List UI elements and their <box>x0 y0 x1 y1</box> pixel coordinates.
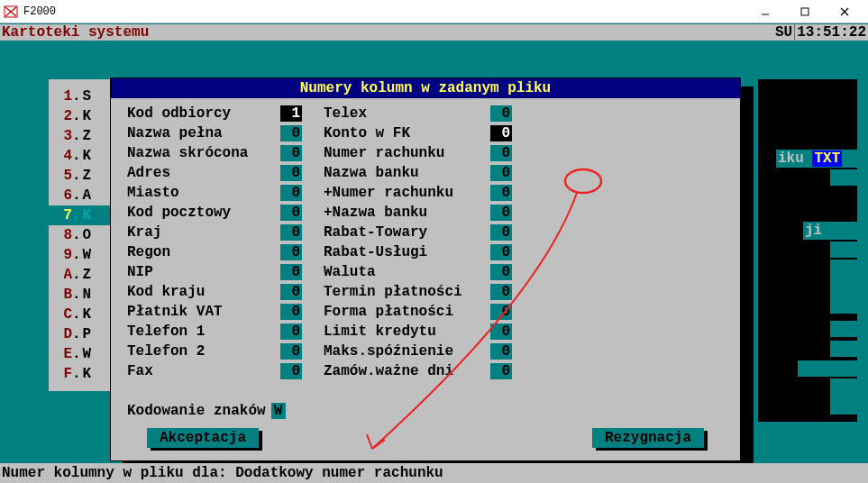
background-menu-item[interactable]: D. P <box>49 324 112 344</box>
field-input[interactable]: 0 <box>280 125 302 141</box>
background-menu-item[interactable]: E. W <box>49 344 112 364</box>
item-letter: K <box>83 306 92 323</box>
field-input[interactable]: 0 <box>490 244 512 260</box>
field-input[interactable]: 0 <box>490 125 512 141</box>
field-input[interactable]: 0 <box>490 324 512 340</box>
field-input[interactable]: 0 <box>490 165 512 181</box>
left-row: Kod pocztowy0 <box>127 203 302 223</box>
background-menu-item[interactable]: 6. A <box>49 186 112 205</box>
item-letter: P <box>83 326 92 342</box>
right-row: Rabat-Usługi0 <box>324 242 512 262</box>
background-menu-item[interactable]: 8. O <box>49 225 112 245</box>
item-letter: W <box>83 346 92 362</box>
encoding-label: Kodowanie znaków <box>127 403 266 419</box>
right-row: Telex0 <box>324 104 512 123</box>
field-input[interactable]: 0 <box>490 264 512 280</box>
field-label: +Nazwa banku <box>324 205 490 221</box>
field-input[interactable]: 0 <box>490 304 512 320</box>
item-letter: A <box>83 187 92 204</box>
field-label: Adres <box>127 165 280 181</box>
background-menu-item[interactable]: 4. K <box>49 146 112 166</box>
left-row: Fax0 <box>127 361 302 381</box>
field-input[interactable]: 0 <box>280 244 302 260</box>
field-input[interactable]: 0 <box>490 363 512 379</box>
right-row: Rabat-Towary0 <box>324 223 512 242</box>
background-menu-item[interactable]: C. K <box>49 305 112 324</box>
field-input[interactable]: 0 <box>490 224 512 241</box>
encoding-input[interactable]: W <box>271 403 286 419</box>
app-icon <box>4 5 18 19</box>
item-letter: Z <box>83 168 92 184</box>
field-label: Kraj <box>127 224 280 241</box>
item-letter: K <box>83 207 92 223</box>
background-menu-item[interactable]: B. N <box>49 285 112 305</box>
status-indicator: SU <box>775 24 795 41</box>
left-row: NIP0 <box>127 262 302 282</box>
field-input[interactable]: 0 <box>490 105 512 122</box>
field-label: Miasto <box>127 185 280 201</box>
field-input[interactable]: 0 <box>490 284 512 300</box>
background-menu-item[interactable]: F. K <box>49 364 112 384</box>
field-input[interactable]: 0 <box>490 343 512 360</box>
background-menu-list: 1. S2. K3. Z4. K5. Z6. A7. K8. O9. WA. Z… <box>49 79 112 391</box>
menu-title[interactable]: Kartoteki systemu <box>0 24 773 41</box>
maximize-button[interactable] <box>785 0 825 23</box>
item-index: 7 <box>52 207 72 223</box>
right-row: Termin płatności0 <box>324 282 512 302</box>
background-menu-item[interactable]: 5. Z <box>49 166 112 186</box>
clock-area: SU 13:51:22 <box>773 24 868 41</box>
field-input[interactable]: 0 <box>280 224 302 241</box>
field-input[interactable]: 0 <box>280 363 302 379</box>
field-input[interactable]: 0 <box>280 343 302 360</box>
field-label: Kod pocztowy <box>127 205 280 221</box>
field-input[interactable]: 0 <box>280 264 302 280</box>
close-button[interactable] <box>825 0 864 23</box>
background-menu-item[interactable]: 1. S <box>49 87 112 106</box>
field-input[interactable]: 0 <box>280 165 302 181</box>
field-label: Limit kredytu <box>324 324 490 340</box>
right-row: +Numer rachunku0 <box>324 183 512 203</box>
field-input[interactable]: 0 <box>490 205 512 221</box>
field-label: Nazwa banku <box>324 165 490 181</box>
item-letter: Z <box>83 128 92 144</box>
accept-button[interactable]: Akceptacja <box>147 428 259 448</box>
right-row: +Nazwa banku0 <box>324 203 512 223</box>
item-index: C <box>52 306 72 323</box>
status-bar: Numer kolumny w pliku dla: Dodatkowy num… <box>0 463 868 483</box>
minimize-button[interactable] <box>745 0 785 23</box>
field-input[interactable]: 0 <box>280 205 302 221</box>
field-input[interactable]: 0 <box>280 145 302 161</box>
field-input[interactable]: 0 <box>280 304 302 320</box>
left-row: Adres0 <box>127 163 302 183</box>
field-input[interactable]: 0 <box>490 185 512 201</box>
field-label: Numer rachunku <box>324 145 490 161</box>
field-input[interactable]: 0 <box>490 145 512 161</box>
field-input[interactable]: 0 <box>280 324 302 340</box>
background-menu-item[interactable]: A. Z <box>49 265 112 285</box>
right-row: Nazwa banku0 <box>324 163 512 183</box>
background-menu-item[interactable]: 2. K <box>49 106 112 126</box>
item-index: 9 <box>52 247 72 263</box>
field-input[interactable]: 0 <box>280 185 302 201</box>
background-menu-item[interactable]: 3. Z <box>49 126 112 146</box>
field-label: Rabat-Towary <box>324 224 490 241</box>
side-text-ji: ji <box>805 223 822 239</box>
field-label: Płatnik VAT <box>127 304 280 320</box>
cancel-button[interactable]: Rezygnacja <box>592 428 704 448</box>
field-input[interactable]: 1 <box>280 105 302 122</box>
field-label: +Numer rachunku <box>324 185 490 201</box>
field-label: Zamów.ważne dni <box>324 363 490 379</box>
field-label: Waluta <box>324 264 490 280</box>
background-menu-item[interactable]: 9. W <box>49 245 112 265</box>
side-text-txt: TXT <box>812 150 842 167</box>
field-input[interactable]: 0 <box>280 284 302 300</box>
item-letter: S <box>83 88 92 105</box>
field-label: Telex <box>324 105 490 122</box>
background-menu-item[interactable]: 7. K <box>49 205 112 225</box>
dialog-title: Numery kolumn w zadanym pliku <box>111 78 740 98</box>
field-label: NIP <box>127 264 280 280</box>
field-label: Rabat-Usługi <box>324 244 490 260</box>
field-label: Regon <box>127 244 280 260</box>
field-label: Telefon 1 <box>127 324 280 340</box>
window-title: F2000 <box>23 5 745 18</box>
